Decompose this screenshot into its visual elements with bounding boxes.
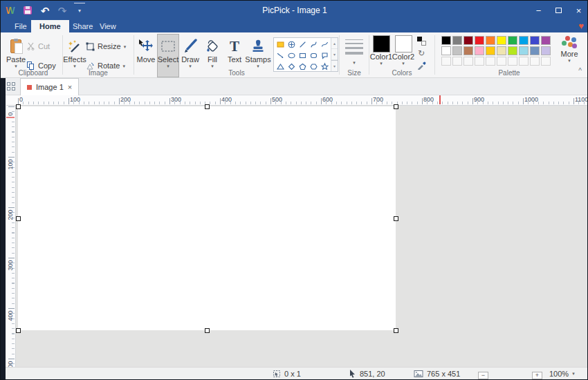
shape-rectangle-icon[interactable] xyxy=(297,50,308,61)
palette-swatch[interactable] xyxy=(519,36,529,45)
palette-swatch[interactable] xyxy=(463,36,473,45)
save-icon[interactable] xyxy=(22,3,33,18)
select-marquee-icon xyxy=(160,40,176,53)
zoom-in-button[interactable]: + xyxy=(532,370,542,380)
move-icon xyxy=(138,39,154,54)
resize-button[interactable]: Resize ▾ xyxy=(86,39,126,53)
palette-swatch-empty[interactable] xyxy=(463,57,473,66)
selection-handle[interactable] xyxy=(16,328,21,333)
shape-line-icon[interactable] xyxy=(297,39,308,50)
zoom-out-button[interactable]: − xyxy=(478,370,488,380)
brush-icon xyxy=(183,39,198,54)
palette-swatch[interactable] xyxy=(530,36,540,45)
palette-swatch[interactable] xyxy=(441,36,451,45)
redo-icon[interactable]: ↷ xyxy=(57,3,68,18)
group-image: Effects ▾ Resize ▾ Rotate ▾ Image xyxy=(64,32,133,77)
selection-handle[interactable] xyxy=(205,328,210,333)
paste-caret-icon: ▾ xyxy=(15,64,17,68)
palette-swatch[interactable] xyxy=(486,36,495,45)
palette-swatch[interactable] xyxy=(486,46,495,55)
selection-handle[interactable] xyxy=(394,216,398,221)
quick-access-toolbar: W ↶ ↷ ▾ xyxy=(5,1,85,20)
palette-swatch-empty[interactable] xyxy=(441,57,451,66)
magic-wand-icon xyxy=(67,39,82,54)
minimize-button[interactable]: − xyxy=(529,1,549,20)
palette-swatch[interactable] xyxy=(497,36,506,45)
palette-swatch-empty[interactable] xyxy=(530,57,540,66)
palette-swatch[interactable] xyxy=(463,46,473,55)
tab-home[interactable]: Home xyxy=(31,20,69,32)
palette-swatch[interactable] xyxy=(441,46,451,55)
swap-colors-icon[interactable]: ↻ xyxy=(418,49,425,57)
shape-ellipse-crosshair-icon[interactable] xyxy=(286,39,297,50)
zoom-level[interactable]: 100% ▾ xyxy=(549,368,575,379)
shape-ellipse-icon[interactable] xyxy=(286,50,297,61)
draw-caret-icon: ▾ xyxy=(189,64,192,68)
palette-swatch[interactable] xyxy=(452,46,462,55)
palette-swatch[interactable] xyxy=(519,46,529,55)
hruler-label: 600 xyxy=(322,96,333,103)
color2-swatch xyxy=(395,35,412,53)
vruler-label: 400 xyxy=(7,305,14,326)
document-tab-image1[interactable]: Image 1 × xyxy=(20,78,79,95)
hruler-label: 1000 xyxy=(524,96,538,103)
ribbon-tab-row: File Home Share View ♥ xyxy=(1,20,588,32)
ribbon: Paste ▾ Cut Copy Clipboard xyxy=(1,32,588,78)
selection-size-value: 0 x 1 xyxy=(284,370,301,378)
selection-size-icon xyxy=(273,370,281,378)
cursor-icon xyxy=(349,369,356,378)
maximize-button[interactable] xyxy=(549,1,569,20)
palette-swatch-empty[interactable] xyxy=(486,57,495,66)
palette-swatch-empty[interactable] xyxy=(541,57,551,66)
group-label-size: Size xyxy=(340,69,368,77)
palette-swatch[interactable] xyxy=(508,36,517,45)
palette-swatch[interactable] xyxy=(541,46,551,55)
tab-view[interactable]: View xyxy=(91,20,125,32)
gallery-up-icon[interactable]: ▴ xyxy=(331,38,338,49)
size-caret-icon[interactable]: ▾ xyxy=(340,60,368,65)
group-clipboard: Paste ▾ Cut Copy Clipboard xyxy=(5,32,62,77)
palette-swatch-empty[interactable] xyxy=(475,57,484,66)
ruler-corner xyxy=(6,95,16,106)
tab-close-icon[interactable]: × xyxy=(68,83,72,91)
rotate-caret-icon: ▾ xyxy=(122,64,125,68)
gallery-down-icon[interactable]: ▾ xyxy=(331,49,338,60)
shape-curve-icon[interactable] xyxy=(308,39,319,50)
shape-elbow-arrow-icon[interactable] xyxy=(275,50,286,61)
palette-swatch[interactable] xyxy=(475,36,484,45)
close-button[interactable]: × xyxy=(569,1,588,20)
palette-swatch-empty[interactable] xyxy=(519,57,529,66)
palette-swatch[interactable] xyxy=(475,46,484,55)
palette-swatch-empty[interactable] xyxy=(497,57,506,66)
select-caret-icon: ▾ xyxy=(167,64,169,68)
more-caret-icon: ▾ xyxy=(568,58,571,63)
palette-swatch-empty[interactable] xyxy=(508,57,517,66)
color1-caret-icon: ▾ xyxy=(380,61,383,66)
palette-swatch[interactable] xyxy=(497,46,506,55)
image-canvas[interactable] xyxy=(18,106,396,330)
shape-balloon-icon[interactable] xyxy=(319,50,330,61)
palette-swatch[interactable] xyxy=(530,46,540,55)
selection-handle[interactable] xyxy=(394,328,398,333)
palette-swatch-empty[interactable] xyxy=(452,57,462,66)
qat-customize-icon[interactable]: ▾ xyxy=(74,3,85,18)
heart-icon[interactable]: ♥ xyxy=(578,21,584,32)
hruler-label: 700 xyxy=(373,96,383,103)
shape-rounded-rectangle-icon[interactable] xyxy=(308,50,319,61)
line-width-icon[interactable] xyxy=(345,39,363,55)
default-colors-icon[interactable] xyxy=(417,37,426,46)
undo-icon[interactable]: ↶ xyxy=(39,3,50,18)
cut-button[interactable]: Cut xyxy=(27,39,56,53)
window-list-icon[interactable] xyxy=(7,82,16,91)
group-label-clipboard: Clipboard xyxy=(5,69,62,77)
selection-handle[interactable] xyxy=(16,216,21,221)
shape-rectangle-filled-icon[interactable] xyxy=(275,39,286,50)
collapse-ribbon-icon[interactable]: ^ xyxy=(578,67,582,75)
selection-handle[interactable] xyxy=(205,104,210,109)
palette-swatch[interactable] xyxy=(452,36,462,45)
shape-freehand-icon[interactable] xyxy=(319,39,330,50)
selection-handle[interactable] xyxy=(16,104,21,109)
selection-handle[interactable] xyxy=(394,104,398,109)
palette-swatch[interactable] xyxy=(541,36,551,45)
palette-swatch[interactable] xyxy=(508,46,517,55)
